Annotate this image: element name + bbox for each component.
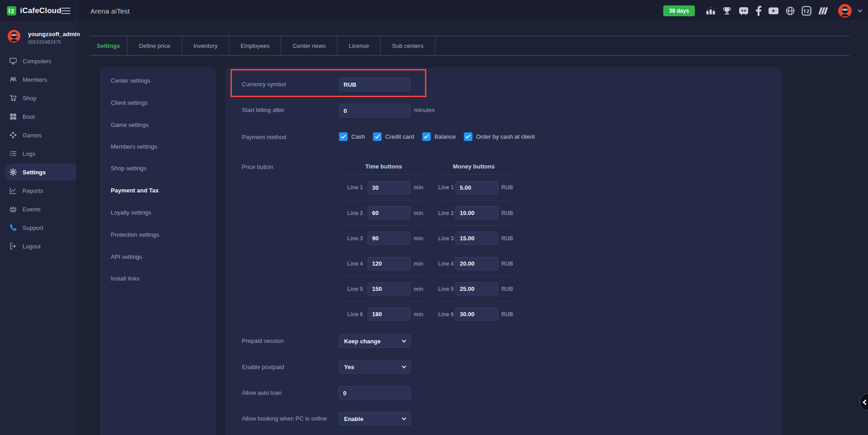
logo-area: 2 iCafeCloud	[0, 0, 77, 22]
submenu-payment-and-tax[interactable]: Payment and Tax	[111, 187, 159, 194]
balance-checkbox[interactable]	[422, 132, 431, 141]
submenu-loyalty-settings[interactable]: Loyalty settings	[111, 209, 151, 216]
tab-sub-centers[interactable]: Sub centers	[381, 36, 435, 55]
submenu-protection-settings[interactable]: Protection settings	[111, 231, 159, 238]
checkbox-label: Order by cash at client	[476, 133, 535, 140]
money-line-6-input[interactable]	[455, 308, 498, 321]
prepaid-session-select[interactable]: Keep change	[339, 334, 411, 348]
sidebar-item-label: Logs	[23, 150, 35, 157]
table-row: Line 6 RUB	[434, 301, 513, 327]
svg-text:2: 2	[11, 8, 14, 14]
sidebar-item-games[interactable]: Games	[0, 126, 76, 144]
submenu-game-settings[interactable]: Game settings	[111, 122, 149, 128]
layers-icon[interactable]	[818, 6, 830, 15]
icafecloud-logo-icon: 2	[7, 5, 16, 17]
sidebar-item-label: Events	[23, 206, 41, 213]
payment-method-options: Cash Credit card Balance Order by cash a…	[339, 132, 535, 141]
checkbox-label: Cash	[351, 133, 365, 140]
tab-bar: Settings Define price Inventory Employee…	[90, 36, 849, 56]
submenu-shop-settings[interactable]: Shop settings	[111, 165, 146, 172]
submenu-install-links[interactable]: Install links	[111, 275, 140, 282]
enable-postpaid-label: Enable postpaid	[242, 364, 284, 370]
discord-icon[interactable]	[738, 6, 749, 16]
start-billing-input[interactable]	[339, 104, 410, 117]
time-line-5-input[interactable]	[368, 282, 410, 295]
time-line-6-input[interactable]	[368, 308, 410, 321]
tab-define-price[interactable]: Define price	[127, 36, 182, 55]
money-line-3-input[interactable]	[455, 232, 498, 245]
menu-icon[interactable]	[61, 6, 71, 16]
user-block[interactable]: youngzsoft_admin 005193482475	[7, 29, 80, 45]
table-row: Line 4 RUB	[434, 251, 513, 276]
sidebar-item-reports[interactable]: Reports	[0, 182, 76, 199]
money-line-1-input[interactable]	[455, 181, 498, 194]
minutes-suffix: minutes	[414, 107, 435, 113]
games-icon	[9, 131, 17, 139]
sidebar-item-logout[interactable]: Logout	[0, 238, 76, 255]
tab-license[interactable]: License	[337, 36, 381, 55]
allow-auto-loan-input[interactable]	[339, 386, 411, 400]
sidebar-item-settings[interactable]: Settings	[5, 164, 76, 181]
crown-icon	[9, 205, 17, 213]
checkbox-item-balance: Balance	[422, 132, 456, 141]
time-line-1-input[interactable]	[368, 181, 410, 194]
enable-postpaid-select[interactable]: Yes	[339, 360, 411, 374]
sidebar-item-label: Boot	[23, 113, 35, 120]
sidebar-item-shop[interactable]: Shop	[0, 89, 76, 107]
tab-center-news[interactable]: Center news	[281, 36, 337, 55]
leaderboard-icon[interactable]	[706, 6, 716, 15]
side-panel-toggle-button[interactable]	[859, 393, 868, 411]
currency-symbol-input[interactable]	[339, 78, 410, 91]
license-days-badge[interactable]: 38 days	[663, 5, 695, 16]
chevron-down-icon[interactable]	[858, 8, 863, 12]
time-line-2-input[interactable]	[368, 206, 410, 220]
payment-tax-form: Currency symbol Start billing after minu…	[225, 67, 781, 435]
allow-booking-select[interactable]: Enable	[339, 412, 411, 426]
checkbox-label: Balance	[434, 133, 456, 140]
submenu-client-settings[interactable]: Client settings	[111, 99, 148, 106]
submenu-api-settings[interactable]: API settings	[111, 253, 142, 260]
sidebar-item-members[interactable]: Members	[0, 71, 76, 88]
money-line-5-input[interactable]	[455, 282, 498, 295]
checkbox-item-cash: Cash	[339, 132, 365, 141]
table-row: Line 1 RUB	[434, 175, 513, 200]
table-row: Line 6 min	[344, 301, 424, 327]
logo-text: iCafeCloud	[20, 6, 61, 15]
money-line-4-input[interactable]	[455, 257, 498, 270]
youtube-icon[interactable]	[768, 7, 779, 15]
sidebar-item-computers[interactable]: Computers	[0, 52, 76, 70]
gear-icon	[9, 168, 17, 176]
table-row: Line 3 RUB	[434, 225, 513, 251]
sidebar-item-support[interactable]: Support	[0, 219, 76, 236]
sidebar-item-boot[interactable]: Boot	[0, 108, 76, 125]
time-buttons-header: Time buttons	[344, 158, 424, 175]
order-by-cash-checkbox[interactable]	[464, 132, 472, 141]
sidebar-item-events[interactable]: Events	[0, 201, 76, 218]
submenu-members-settings[interactable]: Members settings	[111, 143, 157, 150]
sidebar-item-logs[interactable]: Logs	[0, 145, 76, 162]
cash-checkbox[interactable]	[339, 132, 348, 141]
sidebar-item-label: Settings	[23, 169, 46, 176]
submenu-center-settings[interactable]: Center settings	[111, 77, 150, 84]
tab-inventory[interactable]: Inventory	[182, 36, 229, 55]
avatar-ninja[interactable]	[838, 4, 852, 18]
sidebar: youngzsoft_admin 005193482475 Computers …	[0, 22, 76, 435]
time-line-3-input[interactable]	[368, 232, 410, 245]
user-id: 005193482475	[28, 39, 80, 45]
icafecloud-icon[interactable]: 2	[802, 6, 811, 16]
money-line-2-input[interactable]	[455, 206, 498, 220]
chevron-down-icon	[402, 364, 406, 369]
time-line-4-input[interactable]	[368, 257, 410, 270]
trophy-icon[interactable]	[722, 6, 732, 15]
table-row: Line 4 min	[344, 251, 424, 276]
start-billing-label: Start billing after	[242, 107, 284, 113]
chart-icon	[9, 187, 17, 195]
facebook-icon[interactable]	[755, 6, 762, 16]
windows-icon	[9, 112, 17, 121]
globe-icon[interactable]	[785, 6, 795, 16]
tab-employees[interactable]: Employees	[229, 36, 281, 55]
page-title: Arena aiTest	[90, 0, 130, 22]
sidebar-item-label: Shop	[23, 95, 36, 102]
tab-settings[interactable]: Settings	[90, 36, 127, 55]
credit-card-checkbox[interactable]	[373, 132, 382, 141]
